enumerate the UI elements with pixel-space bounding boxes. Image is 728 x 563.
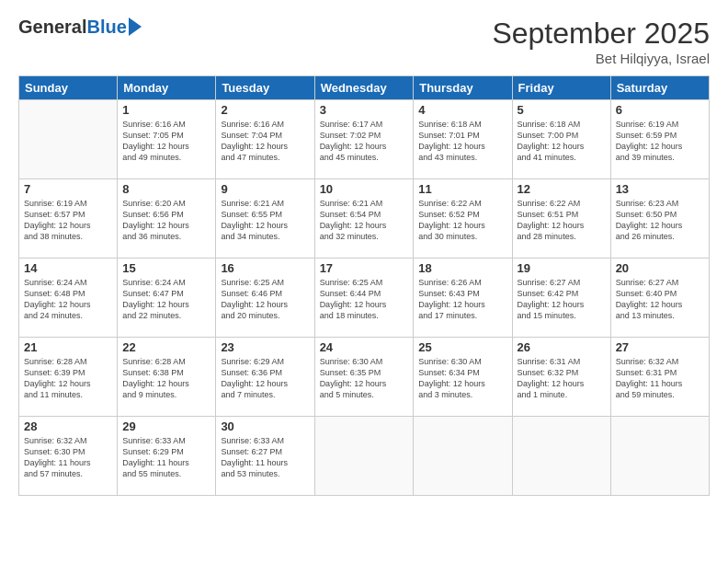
calendar-day-17: 17Sunrise: 6:25 AMSunset: 6:44 PMDayligh…: [314, 259, 414, 338]
weekday-header-sunday: Sunday: [19, 76, 118, 100]
day-info: Sunrise: 6:24 AMSunset: 6:48 PMDaylight:…: [24, 277, 112, 322]
calendar-week-row: 7Sunrise: 6:19 AMSunset: 6:57 PMDaylight…: [19, 179, 710, 259]
weekday-header-monday: Monday: [118, 76, 216, 100]
calendar-day-28: 28Sunrise: 6:32 AMSunset: 6:30 PMDayligh…: [19, 417, 118, 496]
day-info: Sunrise: 6:25 AMSunset: 6:44 PMDaylight:…: [320, 277, 409, 322]
calendar-day-29: 29Sunrise: 6:33 AMSunset: 6:29 PMDayligh…: [118, 417, 216, 496]
day-number: 22: [122, 340, 210, 354]
calendar-day-6: 6Sunrise: 6:19 AMSunset: 6:59 PMDaylight…: [610, 100, 709, 179]
header: General Blue September 2025 Bet Hilqiyya…: [18, 17, 710, 66]
calendar-day-empty: [19, 100, 118, 179]
calendar-day-8: 8Sunrise: 6:20 AMSunset: 6:56 PMDaylight…: [118, 179, 216, 259]
calendar-day-19: 19Sunrise: 6:27 AMSunset: 6:42 PMDayligh…: [512, 259, 610, 338]
calendar-day-22: 22Sunrise: 6:28 AMSunset: 6:38 PMDayligh…: [118, 338, 216, 417]
day-number: 23: [221, 340, 309, 354]
logo-blue-text: Blue: [86, 17, 126, 38]
day-info: Sunrise: 6:30 AMSunset: 6:34 PMDaylight:…: [418, 356, 506, 401]
day-info: Sunrise: 6:26 AMSunset: 6:43 PMDaylight:…: [418, 277, 506, 322]
day-number: 27: [616, 340, 704, 354]
calendar-day-18: 18Sunrise: 6:26 AMSunset: 6:43 PMDayligh…: [414, 259, 512, 338]
day-number: 19: [518, 261, 606, 275]
calendar-day-empty: [414, 417, 512, 496]
calendar-day-14: 14Sunrise: 6:24 AMSunset: 6:48 PMDayligh…: [19, 259, 118, 338]
day-info: Sunrise: 6:23 AMSunset: 6:50 PMDaylight:…: [616, 198, 704, 243]
day-info: Sunrise: 6:27 AMSunset: 6:42 PMDaylight:…: [518, 277, 606, 322]
calendar-day-30: 30Sunrise: 6:33 AMSunset: 6:27 PMDayligh…: [216, 417, 314, 496]
calendar-day-11: 11Sunrise: 6:22 AMSunset: 6:52 PMDayligh…: [414, 179, 512, 259]
weekday-header-friday: Friday: [512, 76, 610, 100]
day-number: 6: [616, 103, 704, 117]
day-info: Sunrise: 6:18 AMSunset: 7:00 PMDaylight:…: [518, 119, 606, 164]
day-info: Sunrise: 6:24 AMSunset: 6:47 PMDaylight:…: [122, 277, 210, 322]
day-number: 11: [418, 182, 506, 196]
day-info: Sunrise: 6:33 AMSunset: 6:27 PMDaylight:…: [221, 435, 309, 480]
day-number: 30: [221, 419, 309, 433]
day-number: 17: [320, 261, 409, 275]
day-number: 13: [616, 182, 704, 196]
calendar-day-25: 25Sunrise: 6:30 AMSunset: 6:34 PMDayligh…: [414, 338, 512, 417]
weekday-header-wednesday: Wednesday: [314, 76, 414, 100]
calendar-day-26: 26Sunrise: 6:31 AMSunset: 6:32 PMDayligh…: [512, 338, 610, 417]
day-info: Sunrise: 6:19 AMSunset: 6:57 PMDaylight:…: [24, 198, 112, 243]
day-info: Sunrise: 6:28 AMSunset: 6:38 PMDaylight:…: [122, 356, 210, 401]
day-number: 18: [418, 261, 506, 275]
calendar-day-empty: [610, 417, 709, 496]
day-number: 21: [24, 340, 112, 354]
calendar-day-12: 12Sunrise: 6:22 AMSunset: 6:51 PMDayligh…: [512, 179, 610, 259]
weekday-header-tuesday: Tuesday: [216, 76, 314, 100]
day-info: Sunrise: 6:17 AMSunset: 7:02 PMDaylight:…: [320, 119, 409, 164]
calendar-week-row: 28Sunrise: 6:32 AMSunset: 6:30 PMDayligh…: [19, 417, 710, 496]
day-info: Sunrise: 6:16 AMSunset: 7:04 PMDaylight:…: [221, 119, 309, 164]
day-info: Sunrise: 6:30 AMSunset: 6:35 PMDaylight:…: [320, 356, 409, 401]
calendar-week-row: 21Sunrise: 6:28 AMSunset: 6:39 PMDayligh…: [19, 338, 710, 417]
location-subtitle: Bet Hilqiyya, Israel: [492, 51, 710, 66]
calendar-day-3: 3Sunrise: 6:17 AMSunset: 7:02 PMDaylight…: [314, 100, 414, 179]
day-number: 1: [122, 103, 210, 117]
day-number: 14: [24, 261, 112, 275]
day-number: 16: [221, 261, 309, 275]
calendar-day-10: 10Sunrise: 6:21 AMSunset: 6:54 PMDayligh…: [314, 179, 414, 259]
calendar-week-row: 14Sunrise: 6:24 AMSunset: 6:48 PMDayligh…: [19, 259, 710, 338]
day-info: Sunrise: 6:19 AMSunset: 6:59 PMDaylight:…: [616, 119, 704, 164]
day-info: Sunrise: 6:32 AMSunset: 6:31 PMDaylight:…: [616, 356, 704, 401]
calendar-day-15: 15Sunrise: 6:24 AMSunset: 6:47 PMDayligh…: [118, 259, 216, 338]
day-info: Sunrise: 6:18 AMSunset: 7:01 PMDaylight:…: [418, 119, 506, 164]
day-number: 5: [518, 103, 606, 117]
day-number: 8: [122, 182, 210, 196]
day-number: 20: [616, 261, 704, 275]
day-number: 7: [24, 182, 112, 196]
day-number: 26: [518, 340, 606, 354]
calendar-day-27: 27Sunrise: 6:32 AMSunset: 6:31 PMDayligh…: [610, 338, 709, 417]
day-number: 2: [221, 103, 309, 117]
logo-arrow-icon: [129, 17, 142, 36]
calendar-table: SundayMondayTuesdayWednesdayThursdayFrid…: [18, 75, 710, 496]
calendar-day-24: 24Sunrise: 6:30 AMSunset: 6:35 PMDayligh…: [314, 338, 414, 417]
day-number: 24: [320, 340, 409, 354]
calendar-day-20: 20Sunrise: 6:27 AMSunset: 6:40 PMDayligh…: [610, 259, 709, 338]
day-number: 25: [418, 340, 506, 354]
calendar-day-13: 13Sunrise: 6:23 AMSunset: 6:50 PMDayligh…: [610, 179, 709, 259]
day-info: Sunrise: 6:27 AMSunset: 6:40 PMDaylight:…: [616, 277, 704, 322]
calendar-day-4: 4Sunrise: 6:18 AMSunset: 7:01 PMDaylight…: [414, 100, 512, 179]
calendar-day-empty: [314, 417, 414, 496]
day-info: Sunrise: 6:29 AMSunset: 6:36 PMDaylight:…: [221, 356, 309, 401]
day-number: 28: [24, 419, 112, 433]
calendar-day-2: 2Sunrise: 6:16 AMSunset: 7:04 PMDaylight…: [216, 100, 314, 179]
calendar-day-7: 7Sunrise: 6:19 AMSunset: 6:57 PMDaylight…: [19, 179, 118, 259]
calendar-day-5: 5Sunrise: 6:18 AMSunset: 7:00 PMDaylight…: [512, 100, 610, 179]
weekday-header-row: SundayMondayTuesdayWednesdayThursdayFrid…: [19, 76, 710, 100]
page: General Blue September 2025 Bet Hilqiyya…: [0, 0, 728, 563]
day-info: Sunrise: 6:33 AMSunset: 6:29 PMDaylight:…: [122, 435, 210, 480]
weekday-header-thursday: Thursday: [414, 76, 512, 100]
logo-general-text: General: [18, 17, 86, 38]
day-number: 9: [221, 182, 309, 196]
calendar-day-21: 21Sunrise: 6:28 AMSunset: 6:39 PMDayligh…: [19, 338, 118, 417]
weekday-header-saturday: Saturday: [610, 76, 709, 100]
day-number: 15: [122, 261, 210, 275]
day-info: Sunrise: 6:21 AMSunset: 6:55 PMDaylight:…: [221, 198, 309, 243]
calendar-day-16: 16Sunrise: 6:25 AMSunset: 6:46 PMDayligh…: [216, 259, 314, 338]
day-info: Sunrise: 6:28 AMSunset: 6:39 PMDaylight:…: [24, 356, 112, 401]
day-number: 10: [320, 182, 409, 196]
calendar-day-1: 1Sunrise: 6:16 AMSunset: 7:05 PMDaylight…: [118, 100, 216, 179]
calendar-day-23: 23Sunrise: 6:29 AMSunset: 6:36 PMDayligh…: [216, 338, 314, 417]
